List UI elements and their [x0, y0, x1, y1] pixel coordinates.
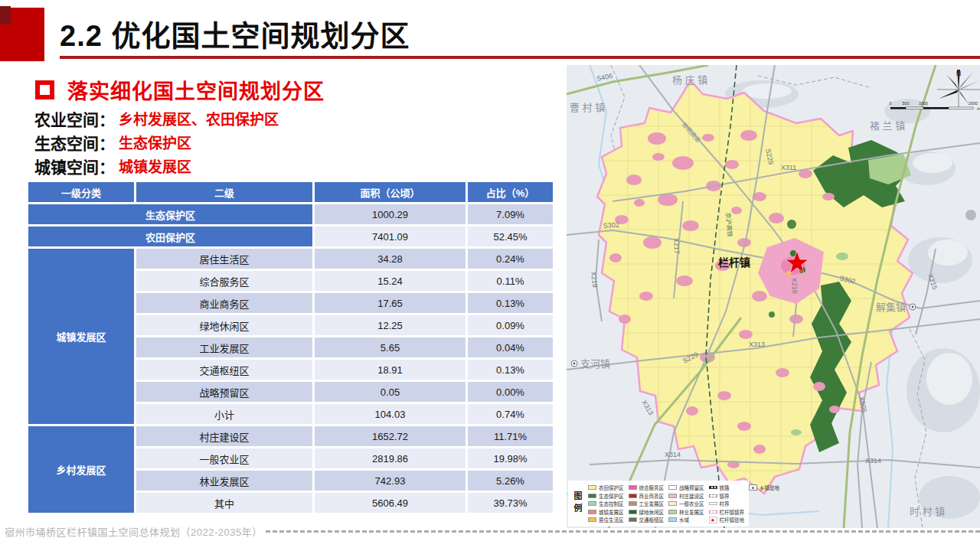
cell-name: 其中: [136, 493, 312, 513]
cell-name: 居住生活区: [136, 249, 312, 269]
cell-name: 工业发展区: [136, 337, 312, 357]
zoning-table: 一级分类 二级 面积（公顷） 占比（%） 生态保护区 1000.29 7.09%…: [28, 182, 553, 513]
cell-pct: 7.09%: [468, 204, 553, 224]
cell-name: 交通枢纽区: [136, 360, 312, 380]
space-value: 乡村发展区、农田保护区: [119, 108, 279, 129]
road-label: S406: [596, 72, 613, 83]
legend-swatch: [588, 485, 596, 490]
cell-name: 绿地休闲区: [136, 315, 312, 335]
legend-column-3: 战略预留区 村庄建设区 一般农业区 林业发展区 水域: [668, 484, 704, 523]
label-languan-town: 栏杆镇: [718, 256, 750, 269]
table-header-level1: 一级分类: [28, 182, 134, 202]
map-svg: 杨 庄 镇 曹 村 镇 褚 兰 镇 解集镇 支河镇 时 村 镇 栏杆镇 S406…: [567, 65, 980, 528]
cell-name: 小计: [136, 404, 312, 424]
legend-swatch: [629, 485, 637, 490]
road-label: S302: [603, 221, 619, 230]
cell-pct: 0.13%: [468, 293, 553, 313]
cell-area: 7401.09: [315, 227, 466, 246]
legend-swatch: [668, 510, 677, 514]
svg-text:1000: 1000: [919, 101, 928, 106]
cell-pct: 0.11%: [468, 271, 553, 291]
cell-area: 2819.86: [315, 448, 466, 468]
cell-pct: 0.24%: [468, 249, 553, 269]
cell-name: 村庄建设区: [136, 426, 312, 446]
square-bullet-icon: [35, 80, 54, 99]
svg-text:m: m: [977, 106, 980, 111]
label-shicun: 时 村 镇: [910, 506, 945, 517]
cell-area: 17.65: [315, 293, 466, 313]
label-zhihezhen: 支河镇: [580, 358, 610, 370]
cell-pct: 0.04%: [468, 337, 553, 357]
cell-area: 1652.72: [315, 426, 466, 446]
group-urban-development: 城镇发展区: [28, 249, 134, 424]
road-label: X313: [640, 399, 655, 416]
footer-dashed-line: [266, 530, 980, 533]
table-header-level2: 二级: [136, 182, 312, 202]
legend-swatch: [588, 501, 596, 506]
space-label: 生态空间：: [34, 131, 115, 154]
table-header-pct: 占比（%）: [468, 182, 553, 202]
page-title: 2.2 优化国土空间规划分区: [60, 12, 410, 54]
legend-swatch: [588, 494, 596, 498]
space-value: 城镇发展区: [119, 155, 191, 176]
cell-name: 一般农业区: [136, 448, 312, 468]
cell-pct: 52.45%: [468, 227, 553, 246]
cell-name: 商业商务区: [136, 293, 312, 313]
group-rural-development: 乡村发展区: [28, 426, 134, 513]
road-label: X219: [590, 271, 599, 288]
cell-area: 34.28: [315, 249, 466, 269]
space-category-list: 农业空间： 乡村发展区、农田保护区 生态空间： 生态保护区 城镇空间： 城镇发展…: [34, 106, 279, 178]
footer: 宿州市埇桥区栏杆镇国土空间总体规划（2022-2035年）: [5, 524, 980, 539]
railway-legend-icon: [709, 486, 717, 489]
languan-border-legend-icon: [709, 510, 717, 514]
legend-column-4: 铁路 镇界 村界 栏杆镇镇界 ★栏杆镇驻地: [709, 484, 745, 523]
cell-area: 18.91: [315, 360, 466, 380]
township-seat-legend-icon: [749, 484, 757, 491]
map-legend: 图例 农田保护区 生态保护区 生态控制区 城镇发展区 居住生活区 综合服务区 商…: [568, 481, 749, 527]
cell-pct: 0.00%: [468, 382, 553, 402]
cell-pct: 11.71%: [468, 426, 553, 446]
space-line-ecology: 生态空间： 生态保护区: [34, 130, 279, 154]
legend-swatch: [629, 517, 637, 522]
road-label: X314: [665, 451, 681, 458]
section-title: 优化国土空间规划分区: [111, 20, 410, 52]
table-header-area: 面积（公顷）: [315, 182, 466, 202]
road-label: X313: [749, 341, 765, 348]
legend-swatch: [668, 485, 677, 490]
cell-area: 104.03: [315, 404, 466, 424]
svg-text:0: 0: [889, 101, 891, 106]
label-yangzhuang: 杨 庄 镇: [672, 74, 707, 86]
legend-swatch: [629, 501, 637, 506]
legend-title: 图例: [571, 491, 583, 516]
legend-column-2: 综合服务区 商业商务区 工业发展区 绿地休闲区 交通枢纽区: [629, 484, 665, 523]
town-border-legend-icon: [709, 494, 717, 497]
title-underline: [60, 56, 980, 59]
cell-pct: 5.26%: [468, 471, 553, 491]
footer-plan-title: 宿州市埇桥区栏杆镇国土空间总体规划（2022-2035年）: [5, 524, 263, 539]
cell-area: 5.65: [315, 337, 466, 357]
section-number: 2.2: [60, 20, 103, 52]
label-chulan: 褚 兰 镇: [870, 120, 905, 132]
cell-pct: 19.98%: [468, 448, 553, 468]
space-label: 城镇空间：: [34, 155, 115, 178]
planning-map: 杨 庄 镇 曹 村 镇 褚 兰 镇 解集镇 支河镇 时 村 镇 栏杆镇 S406…: [567, 65, 980, 528]
subtitle-row: 落实细化国土空间规划分区: [35, 75, 325, 105]
legend-column-5: 乡镇驻地: [749, 484, 779, 523]
road-label: X314: [865, 457, 881, 465]
table-row: 农田保护区: [28, 227, 312, 246]
legend-swatch: [588, 517, 596, 522]
cell-pct: 0.74%: [468, 404, 553, 424]
legend-swatch: [588, 510, 596, 514]
header-dark-corner: [0, 6, 11, 24]
svg-text:500: 500: [902, 101, 909, 106]
legend-swatch: [629, 494, 637, 498]
cell-area: 5606.49: [315, 493, 466, 513]
legend-swatch: [668, 501, 677, 506]
label-caocun: 曹 村 镇: [570, 102, 605, 113]
cell-name: 林业发展区: [136, 471, 312, 491]
road-label: X217: [672, 237, 681, 254]
legend-swatch: [629, 510, 637, 514]
cell-name: 战略预留区: [136, 382, 312, 402]
space-label: 农业空间：: [34, 107, 115, 130]
cell-pct: 39.73%: [468, 493, 553, 513]
